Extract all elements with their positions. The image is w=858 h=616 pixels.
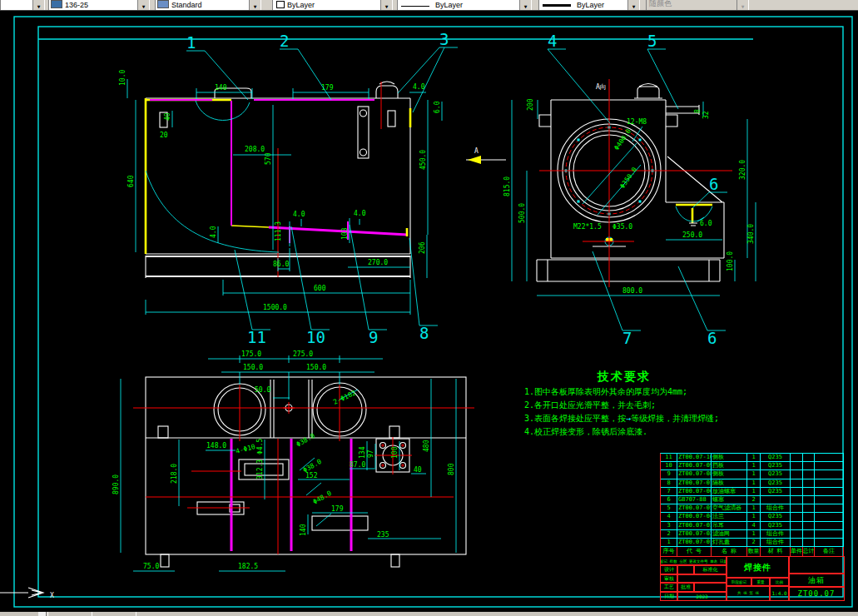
dim-label: Φ4.5 — [256, 439, 264, 455]
dim-label: 148.0 — [206, 442, 226, 450]
dim-label: 179 — [331, 505, 344, 513]
dim-label: 4.0 — [413, 83, 425, 91]
parts-cell: ZT00.07-06 — [677, 488, 712, 496]
plan-view: 175.0 275.0 150.0 150.0 50.0 2-Φ182 148.… — [112, 350, 474, 571]
balloon-2: 2 — [280, 32, 289, 50]
dim-label: 208.0 — [245, 146, 265, 153]
dim-label: 111.3 — [275, 221, 282, 241]
ucs-icon: X — [0, 588, 54, 599]
dim-label: 4.0 — [293, 211, 305, 218]
parts-cell: ZT00.07-05 — [677, 504, 712, 513]
parts-cell: 1 — [747, 513, 761, 521]
dim-label: 40 — [164, 112, 171, 121]
parts-cell — [791, 504, 803, 513]
tech-req-title: 技术要求 — [598, 370, 791, 385]
parts-cell: 1 — [747, 462, 761, 470]
parts-cell — [815, 522, 844, 530]
parts-cell — [815, 496, 844, 504]
cad-application-window: ▼ 136-25 ▼ Standard ▼ ByLayer ▼ ByLayer … — [0, 0, 858, 616]
parts-table-row: 3ZT00.07-03吊耳4Q235 — [661, 522, 844, 530]
parts-cell: 2 — [661, 530, 677, 539]
parts-cell — [815, 513, 844, 521]
dim-label: 6.0 — [700, 220, 712, 227]
dim-label: 250.0 — [682, 231, 702, 239]
dim-label: 815.0 — [503, 176, 511, 196]
parts-cell: ZT00.07-04 — [677, 513, 712, 521]
dim-label: 10.0 — [119, 70, 126, 86]
dim-label: 312.3 — [256, 460, 264, 479]
parts-cell: 6 — [661, 496, 677, 504]
parts-cell: 滤油网 — [712, 530, 747, 539]
title-block: 标记 处数 分区 更改文件号 签名 日期 设计 标准化 审核 工艺 批准 日期 … — [660, 556, 843, 599]
dim-label: 640 — [127, 175, 135, 187]
parts-table-row: 1ZT00.07-01灯孔盖2组合件 — [661, 539, 844, 547]
parts-cell: 组合件 — [761, 530, 791, 539]
dim-label: 570 — [265, 152, 272, 165]
parts-cell: 组合件 — [761, 504, 791, 513]
dim-label: 150.0 — [243, 364, 263, 371]
parts-cell: 1 — [747, 488, 761, 496]
parts-cell: Q235 — [761, 479, 791, 488]
horizontal-scrollbar[interactable] — [0, 612, 858, 616]
parts-cell: 10 — [661, 462, 677, 470]
parts-cell — [791, 479, 803, 488]
parts-table-row: 4ZT00.07-04法兰1Q235 — [661, 513, 844, 521]
dim-label: 218.0 — [171, 464, 178, 484]
dim-label: Φ35.0 — [613, 223, 632, 231]
dim-label: 100.0 — [727, 251, 734, 271]
parts-cell: 螺塞 — [712, 496, 747, 504]
parts-cell: 2 — [747, 539, 761, 547]
tech-req-item: 4.校正焊接变形，除锈后涂底漆. — [524, 426, 791, 438]
parts-cell: 灯孔盖 — [712, 539, 747, 547]
parts-cell: Q235 — [761, 513, 791, 521]
parts-cell: 组合件 — [761, 539, 791, 547]
parts-cell — [815, 470, 844, 479]
dim-label: 103 — [341, 227, 349, 240]
parts-cell — [815, 488, 844, 496]
parts-cell — [791, 522, 803, 530]
parts-cell — [803, 470, 815, 479]
balloon-8: 8 — [419, 324, 429, 342]
dim-label: 1500.0 — [263, 304, 287, 311]
parts-cell: 放油螺塞 — [712, 488, 747, 496]
parts-cell — [791, 462, 803, 470]
parts-table-row: 11ZT00.07-10侧板1Q235 — [661, 454, 844, 462]
balloon-3: 3 — [439, 30, 449, 48]
dim-label: 4.0 — [354, 210, 366, 217]
dim-label: 450.0 — [419, 150, 427, 170]
parts-table-row: 7ZT00.07-06放油螺塞1Q235 — [661, 488, 844, 496]
dim-label: 340.0 — [747, 224, 755, 244]
dim-label: 4.0 — [210, 226, 217, 238]
parts-cell — [803, 462, 815, 470]
parts-cell — [791, 496, 803, 504]
parts-cell: 8 — [661, 479, 677, 488]
parts-cell — [803, 504, 815, 513]
dim-label: M22*1.5 — [573, 223, 602, 231]
part-type: 焊接件 — [726, 556, 790, 579]
parts-cell — [803, 539, 815, 547]
scrollbar-box[interactable] — [38, 612, 47, 616]
parts-table-row: 10ZT00.07-09挡板1Q235 — [661, 462, 844, 470]
dim-label: 150.0 — [306, 364, 326, 371]
parts-cell: 侧板 — [712, 470, 747, 479]
dim-label: 50.0 — [255, 386, 270, 394]
dim-label: 75.0 — [143, 563, 159, 570]
sheet-label: 共 张 第 张 — [726, 585, 771, 601]
dim-label: 20 — [160, 132, 168, 139]
dim-label: 152 — [305, 472, 318, 479]
dim-label: 270.0 — [368, 259, 388, 266]
parts-cell: ZT00.07-01 — [677, 539, 712, 547]
parts-table: 11ZT00.07-10侧板1Q23510ZT00.07-09挡板1Q2359Z… — [660, 453, 844, 557]
dim-label: 134 — [359, 446, 366, 459]
parts-cell: 隔板 — [712, 479, 747, 488]
dim-label: 800.0 — [622, 287, 642, 295]
balloon-1: 1 — [186, 33, 196, 52]
dim-label: Φ38.0 — [295, 432, 317, 449]
parts-cell: Q235 — [761, 462, 791, 470]
dim-label: 140 — [300, 524, 307, 536]
front-view: A 10.0 140 179 4.0 6.0 40 20 208.0 570 6… — [119, 70, 506, 315]
parts-cell: ZT00.07-08 — [677, 470, 712, 479]
parts-cell: 挡板 — [712, 462, 747, 470]
parts-cell — [803, 496, 815, 504]
section-label: A — [474, 147, 479, 155]
